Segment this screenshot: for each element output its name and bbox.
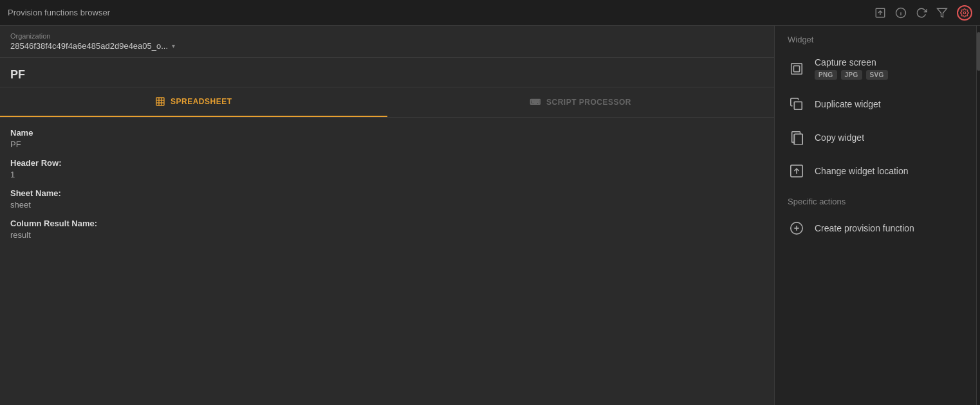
menu-item-copy-widget[interactable]: Copy widget <box>775 121 980 154</box>
create-provision-label: Create provision function <box>815 223 914 233</box>
field-header-row-value: 1 <box>10 170 764 179</box>
copy-widget-label: Copy widget <box>815 132 864 143</box>
refresh-icon[interactable] <box>916 7 927 19</box>
badge-svg: SVG <box>866 70 888 80</box>
change-location-label: Change widget location <box>815 166 909 176</box>
org-value-text: 28546f38f4c49f4a6e485ad2d9e4ea05_o... <box>10 41 168 51</box>
org-label: Organization <box>10 32 764 40</box>
org-value: 28546f38f4c49f4a6e485ad2d9e4ea05_o... ▾ <box>10 41 764 51</box>
field-sheet-name-value: sheet <box>10 200 764 210</box>
svg-marker-5 <box>938 8 947 17</box>
field-column-result-value: result <box>10 230 764 240</box>
duplicate-widget-label: Duplicate widget <box>815 99 881 109</box>
svg-rect-12 <box>791 63 802 74</box>
menu-section-widget: Widget <box>775 26 980 50</box>
location-icon <box>788 162 806 180</box>
field-name-label: Name <box>10 128 764 138</box>
content-area: Name PF Header Row: 1 Sheet Name: sheet … <box>0 118 774 259</box>
menu-item-capture-screen[interactable]: Capture screen PNG JPG SVG <box>775 50 980 87</box>
right-panel: Widget Capture screen PNG JPG SVG <box>774 26 980 405</box>
field-header-row-label: Header Row: <box>10 158 764 168</box>
tabs-row: SPREADSHEET ⌨ SCRIPT PROCESSOR <box>0 87 774 118</box>
header-bar: Provision functions browser <box>0 0 980 26</box>
svg-rect-14 <box>794 102 802 109</box>
main-content: Organization 28546f38f4c49f4a6e485ad2d9e… <box>0 26 980 405</box>
tab-spreadsheet-label: SPREADSHEET <box>171 97 232 106</box>
field-name-value: PF <box>10 140 764 149</box>
org-section: Organization 28546f38f4c49f4a6e485ad2d9e… <box>0 26 774 58</box>
tab-spreadsheet[interactable]: SPREADSHEET <box>0 87 387 117</box>
settings-icon[interactable] <box>957 5 972 21</box>
field-column-result-label: Column Result Name: <box>10 219 764 228</box>
copy-icon <box>788 129 806 147</box>
svg-rect-13 <box>793 66 799 71</box>
capture-badges: PNG JPG SVG <box>815 70 888 80</box>
left-panel: Organization 28546f38f4c49f4a6e485ad2d9e… <box>0 26 774 405</box>
menu-item-create-provision[interactable]: Create provision function <box>775 212 980 245</box>
scrollbar-thumb[interactable] <box>977 32 980 71</box>
badge-png: PNG <box>815 70 837 80</box>
filter-icon[interactable] <box>936 7 948 19</box>
export-icon[interactable] <box>874 7 886 19</box>
svg-point-6 <box>963 12 966 14</box>
page-title: Provision functions browser <box>8 8 110 17</box>
badge-jpg: JPG <box>841 70 862 80</box>
tab-script-processor[interactable]: ⌨ SCRIPT PROCESSOR <box>387 87 775 117</box>
pf-header: PF <box>0 58 774 87</box>
add-circle-icon <box>788 219 806 237</box>
menu-section-specific: Specific actions <box>775 188 980 212</box>
info-icon[interactable] <box>895 7 907 19</box>
header-icons <box>874 5 972 21</box>
scrollbar-track <box>976 26 980 405</box>
tab-script-label: SCRIPT PROCESSOR <box>546 98 631 107</box>
capture-screen-content: Capture screen PNG JPG SVG <box>815 57 888 80</box>
svg-rect-7 <box>156 98 164 105</box>
capture-icon <box>788 60 806 78</box>
pf-title-text: PF <box>10 68 25 81</box>
org-dropdown-arrow[interactable]: ▾ <box>172 42 175 50</box>
capture-screen-label: Capture screen <box>815 57 888 68</box>
menu-item-duplicate-widget[interactable]: Duplicate widget <box>775 87 980 121</box>
field-sheet-name-label: Sheet Name: <box>10 188 764 198</box>
spreadsheet-icon <box>155 96 165 107</box>
duplicate-icon <box>788 95 806 113</box>
svg-rect-16 <box>794 134 802 145</box>
script-icon: ⌨ <box>530 98 541 107</box>
menu-item-change-location[interactable]: Change widget location <box>775 154 980 188</box>
